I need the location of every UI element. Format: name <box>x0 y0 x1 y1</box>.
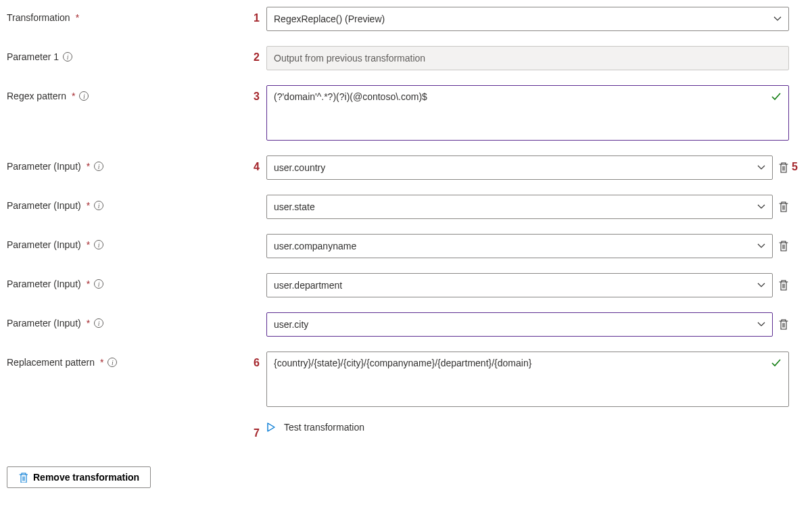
delete-param-button[interactable] <box>778 318 789 331</box>
check-icon <box>771 91 782 102</box>
replacement-label: Replacement pattern <box>7 357 95 368</box>
info-icon[interactable]: i <box>94 279 103 289</box>
annotation- <box>789 312 805 318</box>
required-asterisk: * <box>87 161 90 172</box>
annotation-5: 5 <box>789 155 805 173</box>
test-transformation-link[interactable]: Test transformation <box>266 422 364 433</box>
required-asterisk: * <box>100 357 103 368</box>
delete-param-button[interactable] <box>778 279 789 291</box>
regex-value: (?'domain'^.*?)(?i)(@contoso\.com)$ <box>274 91 427 102</box>
info-icon[interactable]: i <box>94 240 103 249</box>
param-input-value: user.city <box>274 319 308 330</box>
chevron-down-icon <box>757 281 765 289</box>
replacement-input[interactable]: {country}/{state}/{city}/{companyname}/{… <box>266 352 789 407</box>
param-input-label: Parameter (Input) <box>7 279 81 289</box>
param-input-value: user.country <box>274 162 325 173</box>
parameter1-label: Parameter 1 <box>7 51 59 62</box>
param-input-label: Parameter (Input) <box>7 161 81 172</box>
required-asterisk: * <box>87 200 90 211</box>
chevron-down-icon <box>773 15 782 23</box>
param-input-label: Parameter (Input) <box>7 200 81 211</box>
param-input-label: Parameter (Input) <box>7 239 81 250</box>
param-input-label: Parameter (Input) <box>7 318 81 329</box>
annotation- <box>789 195 805 200</box>
annotation- <box>789 273 805 279</box>
annotation-3: 3 <box>243 85 266 103</box>
transformation-label: Transformation <box>7 12 70 23</box>
chevron-down-icon <box>757 203 765 211</box>
param-input-value: user.companyname <box>274 241 356 251</box>
annotation- <box>243 195 266 200</box>
param-input-dropdown[interactable]: user.city <box>266 312 773 337</box>
required-asterisk: * <box>76 12 79 23</box>
delete-param-button[interactable] <box>778 201 789 213</box>
info-icon[interactable]: i <box>108 358 117 367</box>
replacement-value: {country}/{state}/{city}/{companyname}/{… <box>274 358 531 368</box>
param-input-value: user.department <box>274 280 342 291</box>
annotation- <box>243 273 266 279</box>
chevron-down-icon <box>757 164 765 172</box>
info-icon[interactable]: i <box>94 162 103 171</box>
chevron-down-icon <box>757 320 765 329</box>
remove-transformation-button[interactable]: Remove transformation <box>7 466 151 488</box>
param-input-dropdown[interactable]: user.department <box>266 273 773 297</box>
param-input-dropdown[interactable]: user.companyname <box>266 234 773 258</box>
annotation- <box>789 234 805 239</box>
required-asterisk: * <box>72 91 75 101</box>
parameter1-input: Output from previous transformation <box>266 46 789 70</box>
annotation-7: 7 <box>243 422 266 439</box>
remove-button-label: Remove transformation <box>33 472 139 483</box>
annotation-6: 6 <box>243 352 266 369</box>
annotation- <box>243 234 266 239</box>
delete-param-button[interactable] <box>778 162 789 174</box>
play-icon <box>266 422 276 432</box>
regex-input[interactable]: (?'domain'^.*?)(?i)(@contoso\.com)$ <box>266 85 789 141</box>
info-icon[interactable]: i <box>63 52 72 62</box>
info-icon[interactable]: i <box>94 318 103 328</box>
info-icon[interactable]: i <box>79 91 89 101</box>
delete-param-button[interactable] <box>778 240 789 252</box>
param-input-value: user.state <box>274 201 315 212</box>
annotation- <box>243 312 266 318</box>
transformation-dropdown[interactable]: RegexReplace() (Preview) <box>266 7 789 31</box>
required-asterisk: * <box>87 318 90 329</box>
parameter1-placeholder: Output from previous transformation <box>274 53 425 64</box>
required-asterisk: * <box>87 279 90 289</box>
check-icon <box>771 358 782 368</box>
annotation-2: 2 <box>243 46 266 64</box>
required-asterisk: * <box>87 239 90 250</box>
annotation-1: 1 <box>243 7 266 24</box>
param-input-dropdown[interactable]: user.country <box>266 155 773 180</box>
transformation-value: RegexReplace() (Preview) <box>274 14 385 24</box>
param-input-dropdown[interactable]: user.state <box>266 195 773 219</box>
trash-icon <box>18 472 28 483</box>
test-link-label: Test transformation <box>284 422 364 433</box>
regex-label: Regex pattern <box>7 91 66 101</box>
chevron-down-icon <box>757 242 765 250</box>
annotation-4: 4 <box>243 155 266 173</box>
info-icon[interactable]: i <box>94 201 103 210</box>
